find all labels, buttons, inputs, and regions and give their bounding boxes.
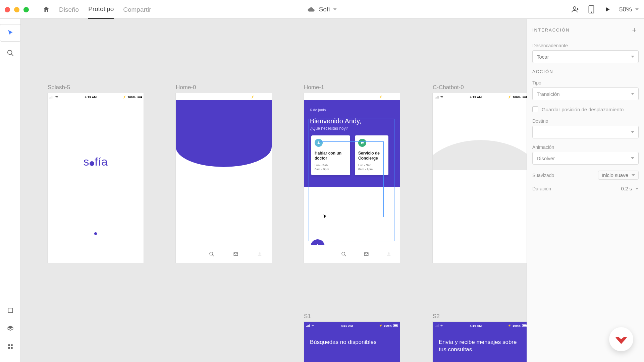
trigger-label: Desencadenante — [532, 43, 639, 48]
desktop-preview-button[interactable] — [603, 5, 612, 14]
welcome-subtitle: ¿Qué necesitas hoy? — [310, 126, 348, 131]
trigger-value: Tocar — [537, 54, 549, 60]
artboard-s1[interactable]: 4:19 AM ⚡100% Búsquedas no disponibles — [304, 322, 400, 362]
chatbot-hero — [433, 93, 527, 170]
signal-icon — [435, 96, 438, 99]
animation-select[interactable]: Disolver — [532, 152, 639, 165]
bottom-tab-bar — [176, 245, 272, 263]
destination-select[interactable]: — — [532, 126, 639, 138]
device-preview-button[interactable] — [587, 5, 596, 14]
type-value: Transición — [537, 91, 560, 97]
tab-prototype[interactable]: Prototipo — [88, 0, 114, 19]
action-type-select[interactable]: Transición — [532, 87, 639, 100]
duration-select[interactable]: 0.2 s — [621, 186, 639, 191]
document-title[interactable]: Sofi — [308, 0, 337, 19]
status-bar: 4:19 AM ⚡100% — [304, 93, 400, 100]
artboard-label[interactable]: S2 — [433, 313, 440, 320]
tabbar-mail[interactable] — [362, 250, 370, 258]
home-date: 6 de junio — [310, 108, 326, 112]
bottom-tab-bar — [304, 245, 400, 263]
checkbox-box — [532, 106, 538, 112]
tabbar-search[interactable] — [340, 250, 348, 258]
person-icon — [315, 139, 323, 147]
trigger-select[interactable]: Tocar — [532, 50, 639, 63]
svg-point-3 — [8, 50, 12, 55]
tab-design[interactable]: Diseño — [59, 1, 79, 18]
tabbar-search[interactable] — [208, 250, 216, 258]
invite-button[interactable] — [571, 5, 580, 14]
animation-label: Animación — [532, 144, 639, 150]
select-tool[interactable] — [0, 24, 21, 42]
maximize-window-button[interactable] — [23, 7, 29, 12]
artboard-chatbot[interactable]: 4:19 AM ⚡100% — [433, 93, 527, 263]
logo-text-b: fía — [95, 155, 108, 168]
tab-share[interactable]: Compartir — [123, 1, 151, 18]
mail-icon — [233, 252, 239, 256]
card-line2: 8am - 9pm — [315, 168, 329, 171]
artboard-label[interactable]: S1 — [304, 313, 311, 320]
svg-point-0 — [573, 7, 576, 9]
chevron-down-icon — [631, 131, 634, 133]
card-concierge[interactable]: Servicio de Concierge Lun - Sab8am - 9pm — [355, 135, 388, 175]
brand-badge[interactable] — [609, 327, 633, 351]
search-icon — [341, 251, 346, 257]
home-button[interactable] — [42, 5, 51, 14]
artboard-home-0[interactable]: 4:19 AM ⚡100% — [176, 93, 272, 263]
artboard-s2[interactable]: 4:19 AM ⚡100% Envía y recibe mensajes so… — [433, 322, 527, 362]
tabbar-home[interactable] — [184, 250, 192, 258]
artboard-splash[interactable]: 4:19 AM ⚡100% sfía — [48, 93, 144, 263]
tabbar-profile[interactable] — [256, 250, 264, 258]
onboarding-message: Envía y recibe mensajes sobre tus consul… — [439, 339, 523, 353]
battery-icon — [393, 324, 398, 327]
card-title: Servicio de Concierge — [358, 151, 385, 161]
welcome-title: Bienvenido Andy, — [310, 117, 361, 125]
svg-point-5 — [210, 252, 213, 255]
battery-icon — [522, 96, 527, 98]
artboard-home-1[interactable]: 4:19 AM ⚡100% 6 de junio Bienvenido Andy… — [304, 93, 400, 263]
interaction-section-head: INTERACCIÓN ＋ — [532, 25, 639, 35]
artboard-tool[interactable] — [0, 302, 21, 319]
logo-dot-icon — [90, 161, 94, 166]
app-logo: sfía — [48, 155, 144, 168]
tabbar-profile[interactable] — [385, 250, 393, 258]
card-title: Hablar con un doctor — [315, 151, 347, 161]
plugin-icon — [7, 343, 14, 350]
logo-text-a: s — [84, 155, 90, 168]
status-battery-pct: 100% — [513, 324, 521, 327]
window-controls — [5, 7, 29, 12]
artboard-label[interactable]: Home-0 — [176, 84, 196, 91]
card-doctor[interactable]: Hablar con un doctor Lun - Sab8am - 9pm — [311, 135, 350, 175]
titlebar: Diseño Prototipo Compartir Sofi 50% — [0, 0, 644, 19]
chevron-down-icon — [333, 8, 336, 10]
zoom-control[interactable]: 50% — [619, 6, 639, 13]
hero-shape — [176, 93, 272, 167]
duration-label: Duración — [532, 186, 551, 191]
brand-icon — [615, 334, 627, 344]
destination-label: Destino — [532, 118, 639, 124]
artboard-label[interactable]: Home-1 — [304, 84, 324, 91]
tabbar-mail[interactable] — [232, 250, 240, 258]
wifi-icon — [440, 324, 444, 327]
status-time: 4:19 AM — [470, 324, 482, 327]
zoom-tool[interactable] — [0, 44, 21, 62]
assets-panel-toggle[interactable] — [0, 338, 21, 355]
save-scroll-checkbox[interactable]: Guardar posición de desplazamiento — [532, 106, 639, 112]
chevron-down-icon — [631, 56, 634, 58]
layers-panel-toggle[interactable] — [0, 320, 21, 337]
battery-icon — [393, 96, 398, 98]
artboard-label[interactable]: C-Chatbot-0 — [433, 84, 464, 91]
destination-value: — — [537, 129, 542, 135]
tabbar-spacer — [311, 250, 325, 258]
canvas[interactable]: Splash-5 4:19 AM ⚡100% sfía Home-0 4:19 … — [21, 19, 527, 362]
signal-icon — [435, 324, 438, 327]
minimize-window-button[interactable] — [14, 7, 19, 12]
close-window-button[interactable] — [5, 7, 10, 12]
easing-select[interactable]: Inicio suave — [598, 171, 639, 180]
interaction-title: INTERACCIÓN — [532, 27, 570, 33]
document-name-text: Sofi — [319, 6, 330, 13]
status-bar: 4:19 AM ⚡100% — [433, 93, 527, 100]
svg-point-6 — [259, 252, 261, 254]
artboard-label[interactable]: Splash-5 — [48, 84, 70, 91]
chat-icon — [358, 139, 366, 147]
add-interaction-button[interactable]: ＋ — [631, 25, 639, 35]
